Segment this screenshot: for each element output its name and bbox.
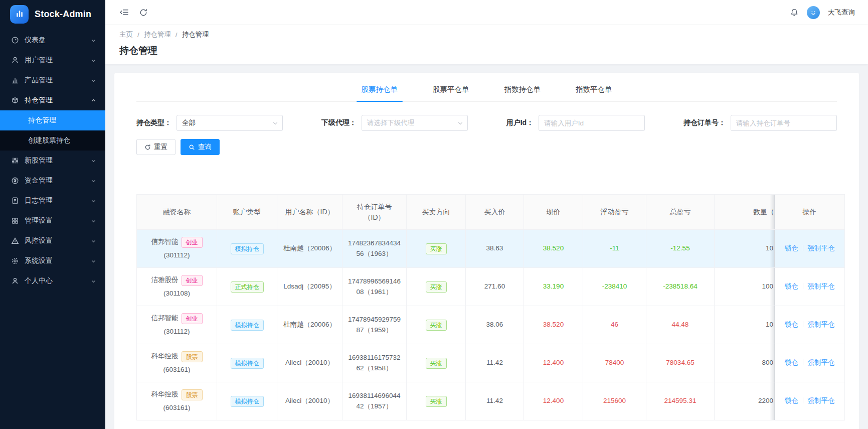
bell-icon[interactable] <box>790 8 799 17</box>
buy-price: 11.42 <box>486 359 503 366</box>
sidebar-item-dashboard[interactable]: 仪表盘 <box>0 30 105 50</box>
sidebar-item-profile-center[interactable]: 个人中心 <box>0 271 105 291</box>
chevron-down-icon <box>91 178 96 184</box>
table-row: 科华控股股票(603161) 模拟持仓 Aileci（20010） 169381… <box>137 382 845 420</box>
account-type-tag: 模拟持仓 <box>231 243 264 254</box>
breadcrumb: 主页 / 持仓管理 / 持仓管理 <box>119 30 854 39</box>
action-divider <box>803 283 803 289</box>
quantity: 100 <box>762 282 773 290</box>
tab-stock-positions[interactable]: 股票持仓单 <box>361 82 399 101</box>
reset-button[interactable]: 重置 <box>136 139 176 155</box>
direction-tag: 买涨 <box>426 243 447 254</box>
tab-stock-closed[interactable]: 股票平仓单 <box>432 82 470 101</box>
breadcrumb-separator: / <box>176 31 178 39</box>
force-close-link[interactable]: 强制平仓 <box>808 282 835 290</box>
chevron-down-icon <box>91 218 96 224</box>
floating-pl: 215600 <box>603 397 626 404</box>
breadcrumb-position-management[interactable]: 持仓管理 <box>144 30 171 39</box>
sliders-icon <box>11 157 19 165</box>
breadcrumb-current: 持仓管理 <box>182 30 209 39</box>
breadcrumb-home[interactable]: 主页 <box>119 30 133 39</box>
account-type-tag: 正式持仓 <box>231 281 264 293</box>
buy-price: 38.06 <box>486 321 503 328</box>
total-pl: 214595.31 <box>664 397 697 404</box>
breadcrumb-separator: / <box>137 31 139 39</box>
current-price: 38.520 <box>543 244 564 252</box>
tab-index-closed[interactable]: 指数平仓单 <box>575 82 613 101</box>
total-pl: -238518.64 <box>663 282 697 290</box>
sidebar-item-new-stock-management[interactable]: 新股管理 <box>0 151 105 171</box>
table-header-row: 融资名称 账户类型 用户名称（ID） 持仓订单号（ID） 买卖方向 买入价 现价… <box>137 195 845 230</box>
current-price: 38.520 <box>543 321 564 328</box>
sidebar-item-log-management[interactable]: 日志管理 <box>0 191 105 211</box>
order-no-input[interactable] <box>731 115 837 131</box>
sidebar-subitem-create-stock-position[interactable]: 创建股票持仓 <box>0 130 105 151</box>
user-name-id: Aileci（20010） <box>285 397 334 404</box>
sidebar-item-risk-settings[interactable]: 风控设置 <box>0 231 105 251</box>
filter-order-no: 持仓订单号： <box>683 115 837 131</box>
chevron-down-icon <box>91 58 96 63</box>
force-close-link[interactable]: 强制平仓 <box>808 359 835 366</box>
sidebar-menu: 仪表盘 用户管理 产品管理 持仓管理 持仓管理 <box>0 30 105 291</box>
avatar[interactable] <box>807 6 820 19</box>
lock-position-link[interactable]: 锁仓 <box>785 321 798 328</box>
quantity: 2200 <box>758 397 773 404</box>
sidebar-item-position-management[interactable]: 持仓管理 <box>0 90 105 110</box>
user-id-input[interactable] <box>539 115 645 131</box>
order-number: 1693811617573262（1958） <box>348 353 401 374</box>
force-close-link[interactable]: 强制平仓 <box>808 244 835 252</box>
buy-price: 11.42 <box>486 397 503 404</box>
position-type-select[interactable]: 全部 <box>177 115 283 131</box>
order-number: 1748236783443456（1963） <box>348 238 401 259</box>
buy-price: 38.63 <box>486 244 503 252</box>
order-number: 1747899656914608（1961） <box>348 276 401 298</box>
board-tag: 创业 <box>182 313 203 324</box>
lock-position-link[interactable]: 锁仓 <box>785 244 798 252</box>
search-button[interactable]: 查询 <box>181 139 220 155</box>
floating-pl: -238410 <box>602 282 627 290</box>
column-header: 总盈亏 <box>646 195 715 230</box>
column-header: 买卖方向 <box>407 195 466 230</box>
app-title: Stock-Admin <box>35 9 91 20</box>
force-close-link[interactable]: 强制平仓 <box>808 321 835 328</box>
sidebar-item-system-settings[interactable]: 系统设置 <box>0 251 105 271</box>
sidebar-subitem-position-management[interactable]: 持仓管理 <box>0 110 105 130</box>
box-icon <box>11 96 19 104</box>
floating-pl: -11 <box>610 244 619 252</box>
chevron-down-icon <box>91 38 96 43</box>
sidebar-item-user-management[interactable]: 用户管理 <box>0 50 105 70</box>
sidebar-item-product-management[interactable]: 产品管理 <box>0 70 105 90</box>
bar-chart-icon <box>11 76 19 84</box>
tab-bar: 股票持仓单 股票平仓单 指数持仓单 指数平仓单 <box>136 73 837 102</box>
stock-name: 信邦智能 <box>151 313 179 324</box>
refresh-icon[interactable] <box>139 8 148 17</box>
username[interactable]: 大飞查询 <box>828 8 855 17</box>
lock-position-link[interactable]: 锁仓 <box>785 359 798 366</box>
logo-icon <box>10 5 29 24</box>
table-row: 信邦智能创业(301112) 模拟持仓 杜南越（20006） 174823678… <box>137 230 845 268</box>
sidebar-item-admin-settings[interactable]: 管理设置 <box>0 211 105 231</box>
account-type-tag: 模拟持仓 <box>231 358 264 369</box>
sub-agent-select[interactable]: 请选择下级代理 <box>362 115 468 131</box>
lock-position-link[interactable]: 锁仓 <box>785 282 798 290</box>
filter-user-id: 用户Id： <box>506 115 645 131</box>
sidebar-item-funds-management[interactable]: 资金管理 <box>0 171 105 191</box>
force-close-link[interactable]: 强制平仓 <box>808 397 835 404</box>
collapse-sidebar-icon[interactable] <box>119 8 129 17</box>
chevron-down-icon <box>91 158 96 164</box>
column-header: 现价 <box>524 195 583 230</box>
content-area: 股票持仓单 股票平仓单 指数持仓单 指数平仓单 持仓类型： 全部 下级代理： 请… <box>105 64 868 429</box>
tab-index-positions[interactable]: 指数持仓单 <box>503 82 542 101</box>
stock-name: 信邦智能 <box>151 237 179 247</box>
chevron-down-icon <box>273 121 278 125</box>
order-number: 1693811469604442（1957） <box>348 391 401 412</box>
board-tag: 股票 <box>182 389 203 400</box>
main-area: 大飞查询 主页 / 持仓管理 / 持仓管理 持仓管理 股票持仓单 股票平仓单 指… <box>105 0 868 429</box>
page-title: 持仓管理 <box>119 44 854 57</box>
table-row: 信邦智能创业(301112) 模拟持仓 杜南越（20006） 174789459… <box>137 306 845 344</box>
lock-position-link[interactable]: 锁仓 <box>785 397 798 404</box>
column-header: 用户名称（ID） <box>277 195 342 230</box>
chevron-up-icon <box>91 98 96 103</box>
floating-pl: 78400 <box>605 359 624 366</box>
gear-icon <box>11 257 19 265</box>
